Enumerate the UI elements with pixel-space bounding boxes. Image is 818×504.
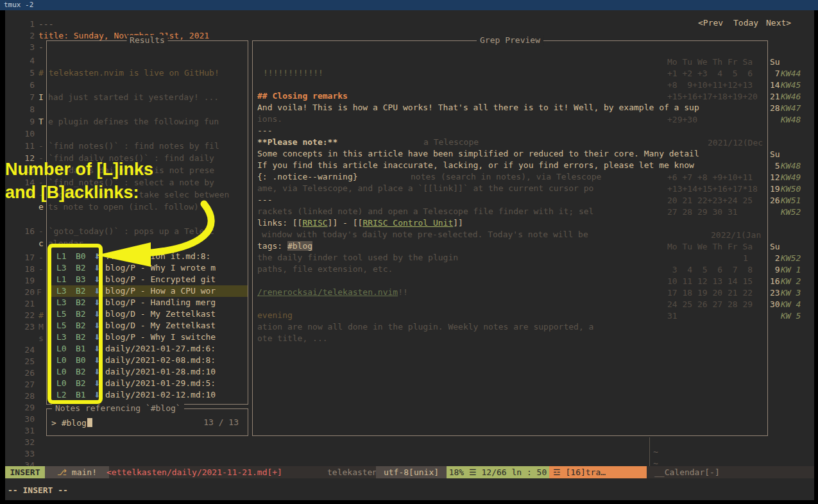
backlinks-count-badge: B2 bbox=[76, 320, 86, 332]
results-item[interactable]: L2B1⬇daily/2021-02-12.md:10 bbox=[49, 389, 248, 401]
links-count-badge: L2 bbox=[56, 389, 67, 401]
results-item[interactable]: L3B2⬇blog/P - Why I wrote m bbox=[49, 262, 248, 274]
backlinks-count-badge: B2 bbox=[76, 297, 86, 308]
links-count-badge: L0 bbox=[56, 343, 67, 355]
results-item[interactable]: L0B2⬇daily/2021-01-29.md:5: bbox=[49, 378, 248, 389]
results-item[interactable]: L1B3⬇blog/P - Encrypted git bbox=[49, 274, 248, 285]
result-item-label: daily/2021-02-12.md:10 bbox=[105, 389, 216, 401]
download-arrow-icon: ⬇ bbox=[94, 262, 100, 274]
backlinks-count-badge: B2 bbox=[76, 332, 86, 343]
results-item[interactable]: L3B2⬇blog/P - How a CPU wor bbox=[49, 285, 248, 297]
download-arrow-icon: ⬇ bbox=[94, 389, 100, 401]
result-item-label: daily/2021-01-29.md:5: bbox=[105, 378, 216, 389]
links-count-badge: L0 bbox=[56, 366, 67, 378]
download-arrow-icon: ⬇ bbox=[94, 251, 100, 262]
links-count-badge: L3 bbox=[56, 262, 67, 274]
calendar-prev-button[interactable]: <Prev bbox=[698, 17, 723, 29]
result-item-label: daily/2021-01-28.md:10 bbox=[105, 366, 216, 378]
download-arrow-icon: ⬇ bbox=[94, 297, 100, 308]
text-cursor bbox=[87, 418, 92, 427]
backlinks-count-badge: B1 bbox=[76, 389, 86, 401]
links-count-badge: L5 bbox=[56, 320, 67, 332]
download-arrow-icon: ⬇ bbox=[94, 308, 100, 320]
result-item-label: blog/P - Handling merg bbox=[105, 297, 216, 308]
download-arrow-icon: ⬇ bbox=[94, 378, 100, 389]
links-count-badge: L5 bbox=[56, 308, 67, 320]
backlinks-count-badge: B2 bbox=[76, 308, 86, 320]
results-item[interactable]: L0B0⬇daily/2021-02-08.md:8: bbox=[49, 355, 248, 366]
download-arrow-icon: ⬇ bbox=[94, 343, 100, 355]
backlinks-count-badge: B2 bbox=[76, 285, 86, 297]
backlinks-count-badge: B1 bbox=[76, 343, 86, 355]
links-count-badge: L3 bbox=[56, 285, 67, 297]
calendar-next-button[interactable]: Next> bbox=[766, 17, 791, 29]
result-item-label: blog/P - Why I wrote m bbox=[105, 262, 216, 274]
results-item[interactable]: L5B2⬇blog/D - My Zettelkast bbox=[49, 320, 248, 332]
backlinks-count-badge: B2 bbox=[76, 366, 86, 378]
grep-preview-window: Grep Preview bbox=[252, 40, 768, 436]
result-item-label: daily/2021-02-08.md:8: bbox=[105, 355, 216, 366]
tmux-title-text: tmux -2 bbox=[4, 1, 33, 9]
result-item-label: blog/D - My Zettelkast bbox=[105, 308, 216, 320]
results-item[interactable]: L0B2⬇daily/2021-01-28.md:10 bbox=[49, 366, 248, 378]
backlinks-count-badge: B0 bbox=[76, 251, 86, 262]
result-item-label: daily/2021-01-27.md:6: bbox=[105, 343, 216, 355]
links-count-badge: L0 bbox=[56, 378, 67, 389]
links-count-badge: L1 bbox=[56, 274, 67, 285]
result-item-label: ...i mention it.md:8: bbox=[105, 251, 210, 262]
result-item-label: blog/D - My Zettelkast bbox=[105, 320, 216, 332]
results-item[interactable]: L1B0⬇...i mention it.md:8: bbox=[49, 251, 248, 262]
download-arrow-icon: ⬇ bbox=[94, 366, 100, 378]
download-arrow-icon: ⬇ bbox=[94, 332, 100, 343]
preview-window-title: Grep Preview bbox=[477, 35, 543, 46]
result-item-label: blog/P - Encrypted git bbox=[105, 274, 216, 285]
links-count-badge: L3 bbox=[56, 332, 67, 343]
results-item[interactable]: L0B1⬇daily/2021-01-27.md:6: bbox=[49, 343, 248, 355]
results-item[interactable]: L3B2⬇blog/P - Handling merg bbox=[49, 297, 248, 308]
results-item[interactable]: L5B2⬇blog/D - My Zettelkast bbox=[49, 308, 248, 320]
result-item-label: blog/P - How a CPU wor bbox=[105, 285, 216, 297]
download-arrow-icon: ⬇ bbox=[94, 355, 100, 366]
links-count-badge: L3 bbox=[56, 297, 67, 308]
results-window-title: Results bbox=[126, 35, 168, 46]
backlinks-count-badge: B3 bbox=[76, 274, 86, 285]
prompt-symbol: > bbox=[51, 418, 62, 428]
links-count-badge: L0 bbox=[56, 355, 67, 366]
results-item[interactable]: L3B2⬇blog/P - Why I switche bbox=[49, 332, 248, 343]
backlinks-count-badge: B2 bbox=[76, 262, 86, 274]
prompt-query-text: #blog bbox=[62, 418, 87, 428]
backlinks-count-badge: B2 bbox=[76, 378, 86, 389]
calendar-today-button[interactable]: Today bbox=[733, 17, 758, 29]
download-arrow-icon: ⬇ bbox=[94, 274, 100, 285]
result-item-label: blog/P - Why I switche bbox=[105, 332, 216, 343]
prompt-window-title: Notes referencing `#blog` bbox=[52, 403, 184, 414]
backlinks-count-badge: B0 bbox=[76, 355, 86, 366]
links-count-badge: L1 bbox=[56, 251, 67, 262]
search-prompt-input[interactable]: > #blog bbox=[51, 417, 92, 429]
tmux-titlebar: tmux -2 bbox=[0, 0, 818, 10]
download-arrow-icon: ⬇ bbox=[94, 285, 100, 297]
download-arrow-icon: ⬇ bbox=[94, 320, 100, 332]
